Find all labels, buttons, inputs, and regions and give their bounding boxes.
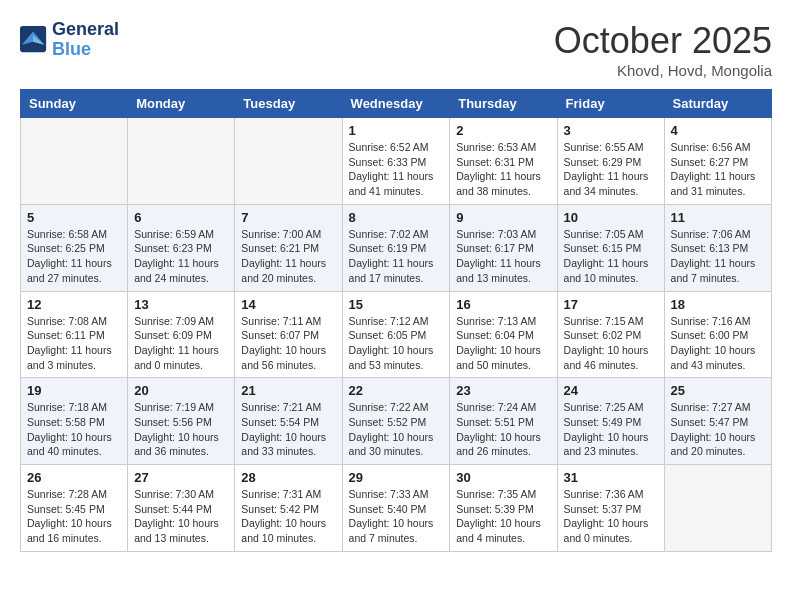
day-info: Sunrise: 7:12 AM Sunset: 6:05 PM Dayligh… [349, 314, 444, 373]
day-info: Sunrise: 7:25 AM Sunset: 5:49 PM Dayligh… [564, 400, 658, 459]
day-number: 9 [456, 210, 550, 225]
page-header: General Blue October 2025 Khovd, Hovd, M… [20, 20, 772, 79]
calendar-cell: 3Sunrise: 6:55 AM Sunset: 6:29 PM Daylig… [557, 118, 664, 205]
day-number: 16 [456, 297, 550, 312]
calendar-cell: 7Sunrise: 7:00 AM Sunset: 6:21 PM Daylig… [235, 204, 342, 291]
day-info: Sunrise: 7:02 AM Sunset: 6:19 PM Dayligh… [349, 227, 444, 286]
day-number: 14 [241, 297, 335, 312]
day-info: Sunrise: 7:08 AM Sunset: 6:11 PM Dayligh… [27, 314, 121, 373]
calendar-cell: 13Sunrise: 7:09 AM Sunset: 6:09 PM Dayli… [128, 291, 235, 378]
day-info: Sunrise: 7:28 AM Sunset: 5:45 PM Dayligh… [27, 487, 121, 546]
month-title: October 2025 [554, 20, 772, 62]
calendar-cell: 27Sunrise: 7:30 AM Sunset: 5:44 PM Dayli… [128, 465, 235, 552]
day-number: 17 [564, 297, 658, 312]
day-number: 11 [671, 210, 765, 225]
day-info: Sunrise: 6:55 AM Sunset: 6:29 PM Dayligh… [564, 140, 658, 199]
day-info: Sunrise: 7:16 AM Sunset: 6:00 PM Dayligh… [671, 314, 765, 373]
day-number: 24 [564, 383, 658, 398]
col-header-thursday: Thursday [450, 90, 557, 118]
day-number: 13 [134, 297, 228, 312]
calendar-cell [128, 118, 235, 205]
calendar-cell: 6Sunrise: 6:59 AM Sunset: 6:23 PM Daylig… [128, 204, 235, 291]
calendar-cell: 14Sunrise: 7:11 AM Sunset: 6:07 PM Dayli… [235, 291, 342, 378]
day-info: Sunrise: 7:11 AM Sunset: 6:07 PM Dayligh… [241, 314, 335, 373]
day-number: 28 [241, 470, 335, 485]
day-number: 4 [671, 123, 765, 138]
day-number: 25 [671, 383, 765, 398]
logo: General Blue [20, 20, 119, 60]
day-number: 15 [349, 297, 444, 312]
day-info: Sunrise: 6:58 AM Sunset: 6:25 PM Dayligh… [27, 227, 121, 286]
calendar-week-row: 1Sunrise: 6:52 AM Sunset: 6:33 PM Daylig… [21, 118, 772, 205]
calendar-cell: 22Sunrise: 7:22 AM Sunset: 5:52 PM Dayli… [342, 378, 450, 465]
day-number: 2 [456, 123, 550, 138]
col-header-monday: Monday [128, 90, 235, 118]
day-info: Sunrise: 6:56 AM Sunset: 6:27 PM Dayligh… [671, 140, 765, 199]
day-info: Sunrise: 7:36 AM Sunset: 5:37 PM Dayligh… [564, 487, 658, 546]
day-number: 22 [349, 383, 444, 398]
calendar-cell: 1Sunrise: 6:52 AM Sunset: 6:33 PM Daylig… [342, 118, 450, 205]
day-number: 6 [134, 210, 228, 225]
day-number: 30 [456, 470, 550, 485]
logo-text: General Blue [52, 20, 119, 60]
calendar-table: SundayMondayTuesdayWednesdayThursdayFrid… [20, 89, 772, 552]
day-info: Sunrise: 7:09 AM Sunset: 6:09 PM Dayligh… [134, 314, 228, 373]
location: Khovd, Hovd, Mongolia [554, 62, 772, 79]
calendar-cell: 16Sunrise: 7:13 AM Sunset: 6:04 PM Dayli… [450, 291, 557, 378]
day-info: Sunrise: 7:30 AM Sunset: 5:44 PM Dayligh… [134, 487, 228, 546]
calendar-cell: 9Sunrise: 7:03 AM Sunset: 6:17 PM Daylig… [450, 204, 557, 291]
calendar-header-row: SundayMondayTuesdayWednesdayThursdayFrid… [21, 90, 772, 118]
day-info: Sunrise: 7:27 AM Sunset: 5:47 PM Dayligh… [671, 400, 765, 459]
calendar-cell: 23Sunrise: 7:24 AM Sunset: 5:51 PM Dayli… [450, 378, 557, 465]
logo-icon [20, 26, 48, 54]
day-info: Sunrise: 7:35 AM Sunset: 5:39 PM Dayligh… [456, 487, 550, 546]
calendar-week-row: 26Sunrise: 7:28 AM Sunset: 5:45 PM Dayli… [21, 465, 772, 552]
day-number: 27 [134, 470, 228, 485]
day-number: 3 [564, 123, 658, 138]
calendar-cell: 2Sunrise: 6:53 AM Sunset: 6:31 PM Daylig… [450, 118, 557, 205]
calendar-cell: 18Sunrise: 7:16 AM Sunset: 6:00 PM Dayli… [664, 291, 771, 378]
calendar-cell: 11Sunrise: 7:06 AM Sunset: 6:13 PM Dayli… [664, 204, 771, 291]
calendar-cell [235, 118, 342, 205]
calendar-cell: 10Sunrise: 7:05 AM Sunset: 6:15 PM Dayli… [557, 204, 664, 291]
day-number: 20 [134, 383, 228, 398]
calendar-cell: 8Sunrise: 7:02 AM Sunset: 6:19 PM Daylig… [342, 204, 450, 291]
col-header-tuesday: Tuesday [235, 90, 342, 118]
day-number: 1 [349, 123, 444, 138]
day-info: Sunrise: 6:52 AM Sunset: 6:33 PM Dayligh… [349, 140, 444, 199]
day-number: 7 [241, 210, 335, 225]
day-info: Sunrise: 7:21 AM Sunset: 5:54 PM Dayligh… [241, 400, 335, 459]
calendar-cell: 5Sunrise: 6:58 AM Sunset: 6:25 PM Daylig… [21, 204, 128, 291]
day-info: Sunrise: 7:33 AM Sunset: 5:40 PM Dayligh… [349, 487, 444, 546]
calendar-cell: 28Sunrise: 7:31 AM Sunset: 5:42 PM Dayli… [235, 465, 342, 552]
calendar-cell: 4Sunrise: 6:56 AM Sunset: 6:27 PM Daylig… [664, 118, 771, 205]
day-number: 23 [456, 383, 550, 398]
calendar-cell: 26Sunrise: 7:28 AM Sunset: 5:45 PM Dayli… [21, 465, 128, 552]
calendar-week-row: 5Sunrise: 6:58 AM Sunset: 6:25 PM Daylig… [21, 204, 772, 291]
day-info: Sunrise: 7:18 AM Sunset: 5:58 PM Dayligh… [27, 400, 121, 459]
day-number: 10 [564, 210, 658, 225]
calendar-cell: 20Sunrise: 7:19 AM Sunset: 5:56 PM Dayli… [128, 378, 235, 465]
day-info: Sunrise: 7:00 AM Sunset: 6:21 PM Dayligh… [241, 227, 335, 286]
day-info: Sunrise: 7:31 AM Sunset: 5:42 PM Dayligh… [241, 487, 335, 546]
calendar-cell: 24Sunrise: 7:25 AM Sunset: 5:49 PM Dayli… [557, 378, 664, 465]
day-number: 8 [349, 210, 444, 225]
calendar-cell: 17Sunrise: 7:15 AM Sunset: 6:02 PM Dayli… [557, 291, 664, 378]
calendar-cell: 12Sunrise: 7:08 AM Sunset: 6:11 PM Dayli… [21, 291, 128, 378]
day-info: Sunrise: 6:53 AM Sunset: 6:31 PM Dayligh… [456, 140, 550, 199]
title-block: October 2025 Khovd, Hovd, Mongolia [554, 20, 772, 79]
day-number: 5 [27, 210, 121, 225]
day-number: 26 [27, 470, 121, 485]
day-number: 19 [27, 383, 121, 398]
col-header-wednesday: Wednesday [342, 90, 450, 118]
calendar-cell: 29Sunrise: 7:33 AM Sunset: 5:40 PM Dayli… [342, 465, 450, 552]
day-info: Sunrise: 7:13 AM Sunset: 6:04 PM Dayligh… [456, 314, 550, 373]
day-info: Sunrise: 7:24 AM Sunset: 5:51 PM Dayligh… [456, 400, 550, 459]
col-header-sunday: Sunday [21, 90, 128, 118]
day-number: 31 [564, 470, 658, 485]
calendar-week-row: 19Sunrise: 7:18 AM Sunset: 5:58 PM Dayli… [21, 378, 772, 465]
day-number: 21 [241, 383, 335, 398]
calendar-cell: 30Sunrise: 7:35 AM Sunset: 5:39 PM Dayli… [450, 465, 557, 552]
calendar-cell: 15Sunrise: 7:12 AM Sunset: 6:05 PM Dayli… [342, 291, 450, 378]
day-number: 12 [27, 297, 121, 312]
